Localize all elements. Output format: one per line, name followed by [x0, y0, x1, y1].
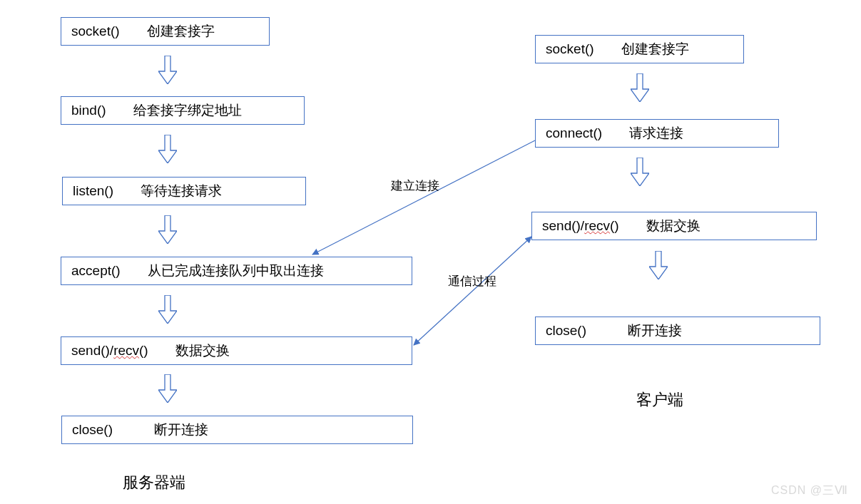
client-step-connect: connect() 请求连接	[535, 119, 779, 148]
fn-desc: 请求连接	[629, 124, 683, 143]
server-step-accept: accept() 从已完成连接队列中取出连接	[61, 257, 412, 285]
arrow-down-icon	[649, 251, 668, 279]
server-step-bind: bind() 给套接字绑定地址	[61, 96, 305, 125]
fn-desc: 断开连接	[628, 322, 682, 340]
watermark: CSDN @三Ⅶ	[771, 483, 848, 498]
fn-label: close()	[546, 323, 586, 339]
edge-label-communicate: 通信过程	[448, 273, 496, 289]
svg-line-0	[312, 140, 535, 254]
client-step-close: close() 断开连接	[535, 317, 820, 345]
fn-desc: 给套接字绑定地址	[133, 101, 242, 120]
fn-desc: 数据交换	[175, 341, 230, 360]
fn-label: accept()	[71, 263, 121, 279]
server-step-close: close() 断开连接	[61, 416, 413, 444]
fn-label: listen()	[73, 183, 113, 199]
fn-desc: 创建套接字	[147, 22, 215, 41]
client-step-sendrecv: send()/recv() 数据交换	[531, 212, 817, 240]
arrow-down-icon	[158, 135, 177, 163]
fn-desc: 断开连接	[154, 421, 208, 439]
server-title: 服务器端	[123, 472, 185, 493]
arrow-down-icon	[158, 374, 177, 403]
arrow-down-icon	[631, 73, 649, 102]
fn-label: bind()	[71, 103, 106, 118]
fn-label: send()/recv()	[542, 218, 619, 234]
fn-label: connect()	[546, 125, 602, 141]
server-step-socket: socket() 创建套接字	[61, 17, 270, 46]
fn-label: socket()	[546, 41, 594, 57]
server-step-listen: listen() 等待连接请求	[62, 177, 306, 205]
fn-label: socket()	[71, 24, 120, 39]
fn-desc: 从已完成连接队列中取出连接	[148, 262, 324, 280]
fn-label: send()/recv()	[71, 343, 148, 359]
arrow-down-icon	[631, 158, 649, 186]
fn-label: close()	[72, 422, 113, 438]
arrow-down-icon	[158, 295, 177, 324]
client-title: 客户端	[636, 389, 683, 411]
fn-desc: 等待连接请求	[141, 182, 222, 200]
fn-desc: 数据交换	[646, 217, 700, 235]
arrow-down-icon	[158, 215, 177, 244]
svg-line-1	[414, 237, 531, 345]
fn-desc: 创建套接字	[621, 40, 689, 58]
server-step-sendrecv: send()/recv() 数据交换	[61, 336, 412, 365]
arrow-down-icon	[158, 56, 177, 84]
edge-label-establish: 建立连接	[391, 178, 439, 194]
client-step-socket: socket() 创建套接字	[535, 35, 744, 63]
